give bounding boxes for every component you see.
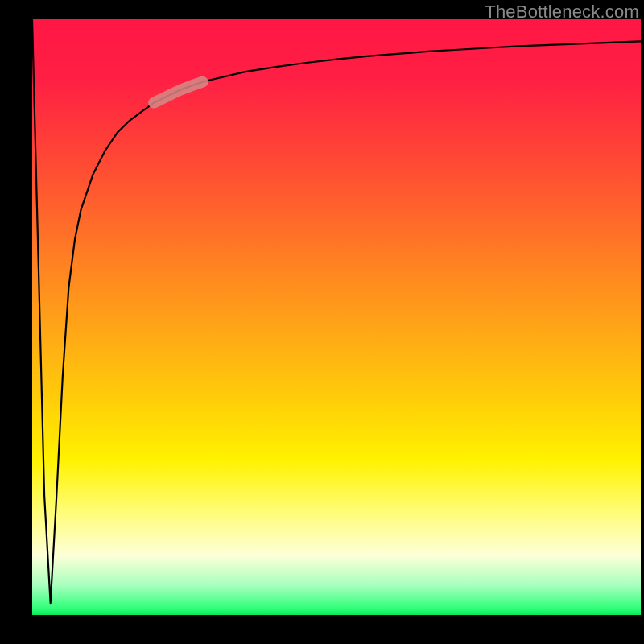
curve-layer <box>32 19 641 615</box>
highlight-segment <box>154 82 202 103</box>
plot-area <box>32 19 641 615</box>
chart-frame: TheBottleneck.com <box>0 0 644 644</box>
series-curve <box>32 19 641 603</box>
